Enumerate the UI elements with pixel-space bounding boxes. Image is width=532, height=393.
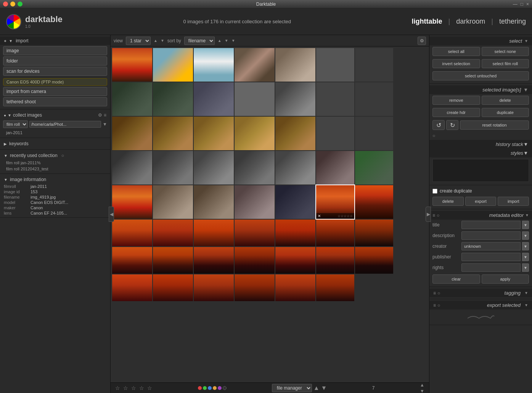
view-mode-select[interactable]: file manager	[272, 384, 312, 392]
apply-button[interactable]: apply	[482, 274, 529, 284]
metadata-title-input[interactable]	[461, 221, 521, 229]
select-film-roll-button[interactable]: select film roll	[482, 59, 529, 68]
sort-up-icon[interactable]: ▲	[218, 38, 222, 43]
right-collapse-button[interactable]: ▶	[426, 207, 431, 222]
scroll-up-icon[interactable]: ▲	[420, 382, 424, 388]
metadata-title-dropdown[interactable]: ▼	[522, 221, 529, 229]
photo-cell[interactable]	[194, 151, 234, 184]
photo-cell[interactable]	[235, 48, 275, 82]
photo-cell[interactable]	[316, 220, 354, 246]
photo-cell[interactable]	[235, 247, 275, 274]
photo-cell[interactable]	[153, 220, 193, 246]
photo-cell[interactable]	[112, 274, 152, 301]
photo-cell[interactable]	[194, 274, 234, 301]
select-all-button[interactable]: select all	[432, 47, 480, 56]
photo-cell[interactable]	[153, 82, 193, 116]
gear-icon[interactable]: ⚙	[418, 37, 426, 45]
nav-tethering[interactable]: tethering	[499, 18, 526, 26]
photo-cell[interactable]	[275, 185, 315, 219]
import-camera-button[interactable]: import from camera	[3, 87, 107, 96]
photo-cell[interactable]	[153, 247, 193, 274]
metadata-description-input[interactable]	[461, 231, 521, 240]
statusbar-down-icon[interactable]: ▼	[321, 385, 327, 391]
metadata-header[interactable]: ≡ ○ metadata editor ▼	[429, 211, 532, 220]
photo-cell[interactable]	[355, 48, 393, 82]
photo-cell[interactable]	[275, 220, 315, 246]
maximize-button[interactable]	[18, 2, 23, 6]
collect-list-icon[interactable]: ≡	[104, 112, 106, 118]
photo-cell[interactable]	[112, 151, 152, 184]
remove-button[interactable]: remove	[432, 96, 480, 105]
star-down-icon[interactable]: ▼	[161, 38, 164, 43]
photo-cell[interactable]	[316, 274, 354, 301]
photo-cell[interactable]	[316, 247, 354, 274]
color-dot-orange[interactable]	[213, 386, 217, 390]
photo-cell[interactable]	[316, 151, 354, 184]
star-filter-select[interactable]: 1 star	[126, 37, 151, 45]
metadata-rights-input[interactable]	[461, 263, 521, 272]
color-dot-grey[interactable]	[223, 386, 227, 390]
recent-item-1[interactable]: film roll jan-2011%	[0, 160, 110, 166]
history-stack-header[interactable]: history stack ▼	[429, 140, 532, 149]
color-dot-green[interactable]	[203, 386, 207, 390]
collect-settings-icon[interactable]: ⚙	[98, 112, 102, 118]
star-rating[interactable]: ☆ ☆ ☆ ☆ ☆	[115, 385, 153, 391]
collect-header[interactable]: ● ▼ collect images ⚙ ≡	[0, 111, 110, 119]
keywords-header[interactable]: ▶ keywords	[0, 140, 110, 148]
scan-devices-button[interactable]: scan for devices	[3, 67, 107, 76]
delete-button[interactable]: delete	[482, 96, 529, 105]
left-collapse-button[interactable]: ◀	[109, 207, 114, 222]
photo-cell[interactable]	[112, 48, 152, 82]
reset-rotation-button[interactable]: reset rotation	[460, 120, 529, 130]
sort-by-select[interactable]: filename	[184, 37, 215, 45]
export-header[interactable]: ≡ ○ export selected ▼	[429, 301, 532, 310]
sort-down-icon[interactable]: ▼	[225, 38, 228, 43]
selected-images-header[interactable]: selected image[s] ▼	[429, 85, 532, 94]
photo-cell[interactable]	[275, 151, 315, 184]
metadata-rights-dropdown[interactable]: ▼	[522, 263, 529, 272]
color-dot-blue[interactable]	[208, 386, 212, 390]
photo-cell[interactable]	[235, 274, 275, 301]
photo-cell[interactable]	[316, 117, 354, 150]
metadata-description-dropdown[interactable]: ▼	[522, 231, 529, 240]
photo-stars[interactable]: ☆☆☆☆☆	[338, 214, 353, 218]
photo-cell[interactable]	[194, 82, 234, 116]
color-dot-purple[interactable]	[218, 386, 222, 390]
photo-cell[interactable]	[112, 82, 152, 116]
collection-date-item[interactable]: jan-2011	[0, 129, 110, 136]
tagging-header[interactable]: ≡ ○ tagging ▼	[429, 289, 532, 297]
color-dot-red[interactable]	[198, 386, 202, 390]
metadata-creator-input[interactable]	[461, 242, 521, 250]
minimize-button[interactable]	[10, 2, 15, 6]
photo-cell[interactable]	[112, 247, 152, 274]
photo-cell[interactable]	[153, 117, 193, 150]
actions-delete-button[interactable]: delete	[432, 197, 464, 206]
photo-cell[interactable]	[112, 117, 152, 150]
select-none-button[interactable]: select none	[482, 47, 529, 56]
photo-cell[interactable]	[355, 247, 393, 274]
photo-cell[interactable]	[153, 185, 193, 219]
select-header[interactable]: select ▼	[429, 37, 532, 45]
collect-path-input[interactable]	[29, 121, 101, 128]
photo-cell[interactable]	[355, 220, 393, 246]
photo-cell[interactable]	[235, 117, 275, 150]
window-controls[interactable]	[3, 2, 23, 6]
clear-button[interactable]: clear	[432, 274, 480, 284]
photo-cell[interactable]	[355, 185, 393, 219]
create-hdr-button[interactable]: create hdr	[432, 108, 480, 117]
recent-item-2[interactable]: film roll 20120423_test	[0, 166, 110, 172]
photo-cell[interactable]	[112, 185, 152, 219]
rotate-cw-button[interactable]: ↻	[446, 120, 458, 130]
photo-cell[interactable]	[194, 48, 234, 82]
photo-cell[interactable]	[194, 185, 234, 219]
photo-cell[interactable]	[316, 82, 354, 116]
photo-cell[interactable]	[275, 48, 315, 82]
photo-cell[interactable]	[275, 274, 315, 301]
import-image-button[interactable]: image	[3, 46, 107, 55]
photo-cell-highlighted[interactable]: ✕ ☆☆☆☆☆	[316, 185, 354, 219]
recent-header[interactable]: ▼ recently used collection ○	[0, 151, 110, 160]
photo-cell[interactable]	[235, 151, 275, 184]
statusbar-up-icon[interactable]: ▲	[313, 385, 320, 391]
create-duplicate-checkbox[interactable]	[432, 189, 437, 194]
sort-toggle-icon[interactable]: ▼	[231, 38, 235, 43]
